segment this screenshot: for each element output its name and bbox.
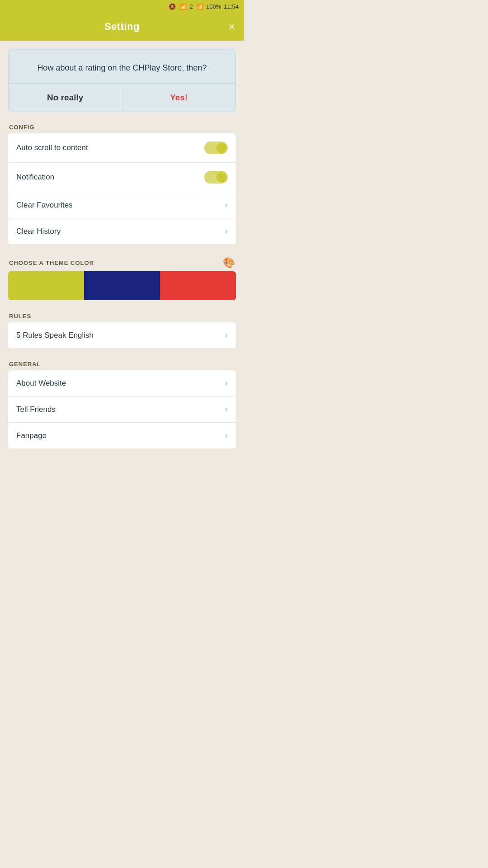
close-button[interactable]: × [229, 20, 235, 33]
color-bar [8, 271, 236, 300]
rating-buttons: No really Yes! [9, 83, 235, 112]
rating-question-text: How about a rating on the CHPlay Store, … [9, 49, 235, 83]
auto-scroll-toggle[interactable] [204, 142, 228, 154]
notification-toggle-wrap [204, 171, 228, 184]
rules-section-label: RULES [0, 307, 244, 322]
theme-color-header: CHOOSE A THEME COLOR 🎨 [0, 250, 244, 271]
notification-item: Notification [8, 163, 236, 192]
color-segment-yellow[interactable] [8, 271, 84, 300]
color-segment-blue[interactable] [84, 271, 160, 300]
clear-favourites-label: Clear Favourites [16, 201, 73, 210]
page-title: Setting [104, 21, 140, 33]
about-website-chevron: › [225, 378, 228, 388]
tell-friends-label: Tell Friends [16, 405, 56, 414]
battery-text: 100% [206, 3, 221, 10]
no-really-button[interactable]: No really [9, 84, 122, 112]
general-section-label: GENERAL [0, 354, 244, 370]
tell-friends-chevron: › [225, 405, 228, 414]
config-section-label: CONFIG [0, 118, 244, 133]
clear-history-chevron: › [225, 226, 228, 236]
palette-icon: 🎨 [223, 257, 235, 269]
clear-favourites-item[interactable]: Clear Favourites › [8, 192, 236, 218]
rules-item[interactable]: 5 Rules Speak English › [8, 322, 236, 348]
notification-toggle-knob [216, 172, 226, 182]
header: Setting × [0, 13, 244, 41]
fanpage-chevron: › [225, 431, 228, 440]
notification-label: Notification [16, 173, 54, 182]
yes-button[interactable]: Yes! [122, 84, 236, 112]
rules-card: 5 Rules Speak English › [8, 322, 236, 348]
general-card: About Website › Tell Friends › Fanpage › [8, 370, 236, 448]
config-card: Auto scroll to content Notification Clea… [8, 133, 236, 244]
clear-history-item[interactable]: Clear History › [8, 218, 236, 244]
about-website-label: About Website [16, 379, 66, 388]
auto-scroll-label: Auto scroll to content [16, 143, 88, 152]
clear-favourites-chevron: › [225, 200, 228, 210]
rules-item-label: 5 Rules Speak English [16, 331, 94, 340]
status-bar: 🔕 📶 2 📶 100% 11:54 [0, 0, 244, 13]
tell-friends-item[interactable]: Tell Friends › [8, 396, 236, 423]
color-segment-red[interactable] [160, 271, 236, 300]
notification-toggle[interactable] [204, 171, 228, 184]
fanpage-label: Fanpage [16, 431, 47, 440]
time-text: 11:54 [224, 3, 239, 10]
auto-scroll-item: Auto scroll to content [8, 133, 236, 163]
status-icons: 🔕 📶 2 📶 [169, 3, 203, 10]
auto-scroll-toggle-wrap [204, 142, 228, 154]
about-website-item[interactable]: About Website › [8, 370, 236, 396]
rules-chevron: › [225, 330, 228, 340]
theme-color-label: CHOOSE A THEME COLOR [9, 259, 94, 266]
fanpage-item[interactable]: Fanpage › [8, 423, 236, 448]
clear-history-label: Clear History [16, 227, 61, 236]
auto-scroll-toggle-knob [216, 143, 226, 153]
rating-card: How about a rating on the CHPlay Store, … [8, 49, 236, 112]
